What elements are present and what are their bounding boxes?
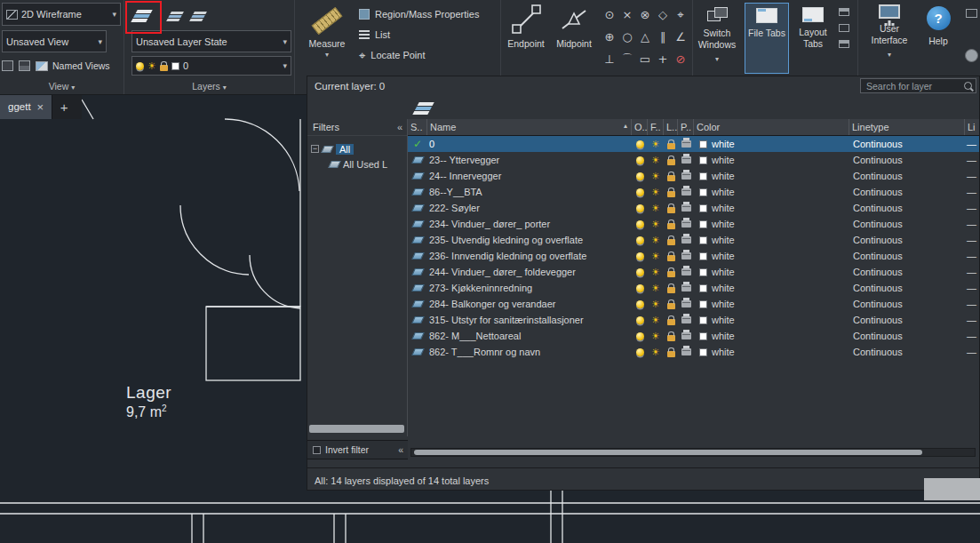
layer-on-icon[interactable] <box>636 140 644 148</box>
layer-on-icon[interactable] <box>636 268 644 276</box>
cascade-windows-icon[interactable] <box>839 8 849 16</box>
layer-plot-icon[interactable] <box>681 332 691 339</box>
osnap-icon[interactable]: ⊙ <box>605 8 615 21</box>
lineweight-value[interactable]: — <box>965 296 979 312</box>
layers-panel-label[interactable]: Layers▾ <box>124 81 294 92</box>
info-circle-icon[interactable] <box>965 49 978 62</box>
layer-row[interactable]: 236- Innvendig kledning og overflate☀whi… <box>408 248 979 264</box>
color-swatch[interactable] <box>699 252 707 260</box>
layer-on-icon[interactable] <box>636 236 644 244</box>
osnap-icon[interactable]: ◇ <box>658 8 667 21</box>
filter-item[interactable]: −All <box>307 141 407 156</box>
linetype-value[interactable]: Continuous <box>849 168 965 184</box>
layer-freeze-icon[interactable]: ☀ <box>651 140 660 149</box>
layer-lock-icon[interactable] <box>667 271 675 277</box>
linetype-value[interactable]: Continuous <box>849 136 965 152</box>
column-header[interactable]: P.. <box>678 119 694 135</box>
layer-freeze-icon[interactable]: ☀ <box>651 283 660 293</box>
layer-name[interactable]: 234- Vinduer_ dører_ porter <box>427 216 632 232</box>
layer-on-icon[interactable] <box>636 172 644 180</box>
viewport-icon[interactable] <box>2 60 13 71</box>
color-swatch[interactable] <box>699 268 707 276</box>
layer-freeze-icon[interactable]: ☀ <box>651 252 660 261</box>
layer-plot-icon[interactable] <box>681 300 691 307</box>
column-header[interactable]: Li <box>965 119 979 135</box>
user-interface-button[interactable]: User Interface ▾ <box>864 3 915 74</box>
osnap-icon[interactable]: ∠ <box>675 30 686 44</box>
layer-name[interactable]: 862- T___Romnr og navn <box>427 344 632 360</box>
infocenter-icon[interactable] <box>966 9 977 18</box>
osnap-icon[interactable]: ⊗ <box>641 8 650 21</box>
layer-name[interactable]: 24-- Innervegger <box>427 168 632 184</box>
layer-properties-button[interactable] <box>128 4 155 28</box>
measure-button[interactable]: Measure ▾ <box>304 3 350 74</box>
layer-plot-icon[interactable] <box>681 188 691 196</box>
lineweight-value[interactable]: — <box>965 136 979 152</box>
lineweight-value[interactable]: — <box>965 248 979 264</box>
layer-plot-icon[interactable] <box>681 284 691 291</box>
lineweight-value[interactable]: — <box>965 312 979 328</box>
layer-on-icon[interactable] <box>636 316 644 324</box>
layer-row[interactable]: 24-- Innervegger☀whiteContinuous— <box>408 168 979 184</box>
layer-on-icon[interactable] <box>636 220 644 228</box>
color-swatch[interactable] <box>699 348 707 356</box>
layer-search-box[interactable] <box>860 78 976 93</box>
lineweight-value[interactable]: — <box>965 200 979 216</box>
layer-freeze-icon[interactable]: ☀ <box>651 172 660 181</box>
osnap-icon[interactable]: + <box>658 52 668 66</box>
color-swatch[interactable] <box>699 172 707 180</box>
layer-plot-icon[interactable] <box>681 252 691 260</box>
osnap-icon[interactable]: ⊥ <box>604 52 614 66</box>
layer-freeze-icon[interactable]: ☀ <box>651 347 660 357</box>
layer-freeze-icon[interactable]: ☀ <box>651 220 660 229</box>
filters-scrollbar[interactable] <box>309 425 404 433</box>
layer-lock-icon[interactable] <box>667 143 675 149</box>
linetype-value[interactable]: Continuous <box>849 216 965 232</box>
column-header[interactable]: S.. <box>408 119 427 135</box>
color-swatch[interactable] <box>699 188 707 196</box>
color-swatch[interactable] <box>699 332 707 340</box>
visual-style-dropdown[interactable]: 2D Wireframe ▾ <box>2 3 121 26</box>
column-header[interactable]: Name▴ <box>427 119 632 135</box>
linetype-value[interactable]: Continuous <box>849 264 965 280</box>
layer-row[interactable]: 244- Vinduer_ dører_ foldevegger☀whiteCo… <box>408 264 979 280</box>
layer-freeze-icon[interactable]: ☀ <box>651 268 660 277</box>
osnap-icon[interactable]: ○ <box>622 30 632 44</box>
layer-name[interactable]: 244- Vinduer_ dører_ foldevegger <box>427 264 632 280</box>
linetype-value[interactable]: Continuous <box>849 152 965 168</box>
lineweight-value[interactable]: — <box>965 344 979 360</box>
layer-name[interactable]: 222- Søyler <box>427 200 632 216</box>
color-swatch[interactable] <box>699 204 707 212</box>
lineweight-value[interactable]: — <box>965 232 979 248</box>
lineweight-value[interactable]: — <box>965 280 979 296</box>
layer-lock-icon[interactable] <box>667 191 675 197</box>
new-drawing-tab-button[interactable]: + <box>52 94 76 119</box>
list-button[interactable]: List <box>359 28 479 42</box>
table-scrollbar[interactable] <box>410 448 976 457</box>
layer-state-dropdown[interactable]: Unsaved Layer State ▾ <box>131 30 291 52</box>
layer-plot-icon[interactable] <box>681 204 691 212</box>
named-views-button[interactable]: Named Views <box>36 60 110 71</box>
layer-plot-icon[interactable] <box>681 172 691 180</box>
view-dropdown[interactable]: Unsaved View ▾ <box>2 30 107 52</box>
layer-freeze-icon[interactable]: ☀ <box>651 188 660 197</box>
layer-lock-icon[interactable] <box>667 255 675 261</box>
layer-on-icon[interactable] <box>636 348 644 356</box>
layer-match-button[interactable] <box>185 4 211 28</box>
collapse-icon[interactable]: « <box>398 444 403 455</box>
layer-lock-icon[interactable] <box>667 207 675 213</box>
layer-freeze-icon[interactable]: ☀ <box>651 315 660 325</box>
layout-tabs-button[interactable]: Layout Tabs <box>791 3 835 74</box>
layer-lock-icon[interactable] <box>667 239 675 245</box>
lineweight-value[interactable]: — <box>965 168 979 184</box>
layer-search-input[interactable] <box>864 80 961 92</box>
color-swatch[interactable] <box>699 236 707 244</box>
lineweight-value[interactable]: — <box>965 152 979 168</box>
drawing-tab[interactable]: ggett × <box>0 94 52 119</box>
new-property-filter-icon[interactable] <box>412 102 434 115</box>
lineweight-value[interactable]: — <box>965 328 979 344</box>
tile-vertically-icon[interactable] <box>839 40 849 48</box>
layer-plot-icon[interactable] <box>681 268 691 275</box>
layer-plot-icon[interactable] <box>681 348 691 355</box>
linetype-value[interactable]: Continuous <box>849 184 965 200</box>
